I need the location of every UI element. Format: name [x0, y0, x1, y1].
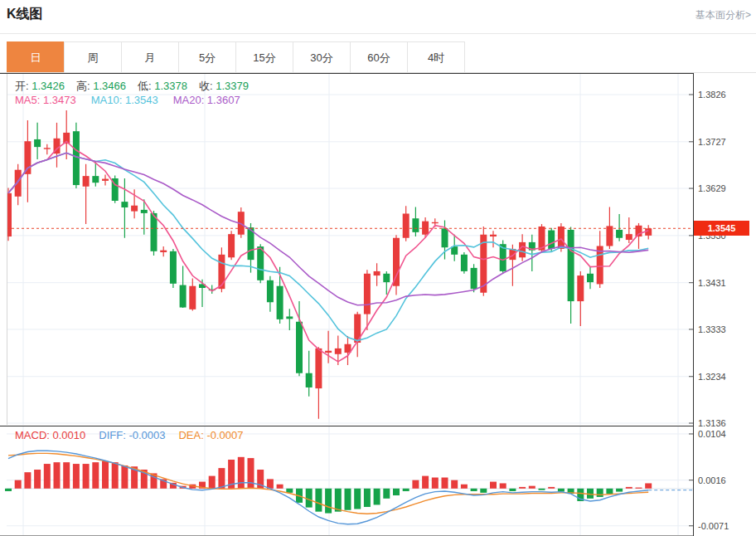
ohlc-legend-item: 低: 1.3378	[138, 79, 187, 94]
kline-chart[interactable]	[0, 73, 756, 426]
tab-period-2[interactable]: 月	[121, 41, 179, 73]
macd-legend-item: MACD: 0.0010	[15, 429, 85, 441]
header-divider	[0, 33, 756, 34]
tab-period-0[interactable]: 日	[7, 41, 65, 73]
axis-tick-label: 1.3826	[698, 90, 726, 100]
axis-tick-label: 1.3234	[698, 372, 726, 382]
current-price-tag: 1.3545	[694, 221, 749, 236]
ma-legend-item: MA10: 1.3543	[91, 94, 158, 106]
axis-tick-label: 1.3629	[698, 183, 726, 193]
candles-layer	[5, 110, 652, 419]
ma-legend: MA5: 1.3473MA10: 1.3543MA20: 1.3607	[15, 94, 240, 106]
macd-histogram	[5, 457, 652, 514]
ohlc-legend-item: 收: 1.3379	[199, 79, 249, 94]
ma-legend-item: MA5: 1.3473	[15, 94, 76, 106]
ohlc-legend-item: 高: 1.3466	[76, 79, 126, 94]
macd-chart[interactable]	[0, 426, 756, 536]
macd-legend-item: DEA: -0.0007	[178, 429, 243, 441]
ohlc-legend: 开: 1.3426高: 1.3466低: 1.3378收: 1.3379	[15, 79, 249, 94]
tab-period-1[interactable]: 周	[64, 41, 122, 73]
ma-legend-item: MA20: 1.3607	[173, 94, 240, 106]
axis-tick-label: 1.3333	[698, 324, 726, 334]
tab-period-3[interactable]: 5分	[178, 41, 236, 73]
kline-page: K线图 基本面分析> 日周月5分15分30分60分4时 开: 1.3426高: …	[0, 0, 756, 536]
macd-legend: MACD: 0.0010DIFF: -0.0003DEA: -0.0007	[15, 429, 244, 441]
axis-tick-label: 0.0016	[698, 475, 726, 485]
macd-legend-item: DIFF: -0.0003	[99, 429, 165, 441]
fundamental-analysis-link[interactable]: 基本面分析>	[695, 8, 751, 22]
tab-period-6[interactable]: 60分	[350, 41, 408, 73]
axis-tick-label: 1.3727	[698, 137, 726, 147]
tab-period-7[interactable]: 4时	[407, 41, 465, 73]
axis-tick-label: 1.3136	[698, 418, 726, 428]
tab-period-5[interactable]: 30分	[293, 41, 351, 73]
ohlc-legend-item: 开: 1.3426	[15, 79, 65, 94]
axis-tick-label: 1.3431	[698, 278, 726, 288]
tab-period-4[interactable]: 15分	[235, 41, 293, 73]
chart-area	[0, 73, 756, 536]
period-tabbar: 日周月5分15分30分60分4时	[7, 41, 465, 73]
axis-tick-label: 0.0104	[698, 429, 726, 439]
axis-tick-label: -0.0071	[698, 521, 729, 531]
page-title: K线图	[7, 6, 43, 23]
